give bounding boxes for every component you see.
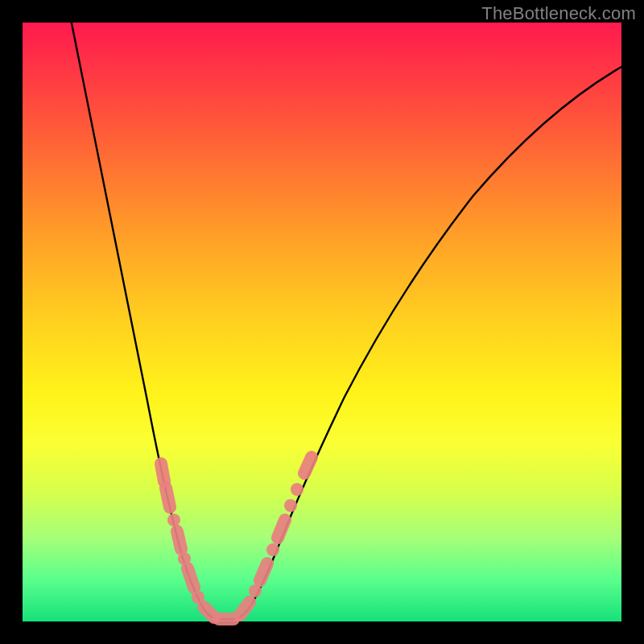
data-marker xyxy=(266,543,279,556)
chart-root: TheBottleneck.com xyxy=(0,0,644,644)
data-marker xyxy=(177,531,181,549)
curve-svg xyxy=(23,23,621,621)
data-marker xyxy=(291,483,303,496)
data-marker xyxy=(240,602,250,615)
data-marker xyxy=(161,464,164,481)
data-marker xyxy=(260,564,267,580)
data-marker xyxy=(278,520,285,538)
data-marker xyxy=(284,499,297,512)
data-marker xyxy=(188,568,194,588)
watermark-text: TheBottleneck.com xyxy=(481,3,636,24)
data-marker xyxy=(167,514,180,526)
data-marker xyxy=(304,457,312,473)
data-marker xyxy=(166,488,170,507)
data-marker xyxy=(204,607,214,617)
plot-area xyxy=(23,23,621,621)
curve-left-branch xyxy=(71,19,225,619)
